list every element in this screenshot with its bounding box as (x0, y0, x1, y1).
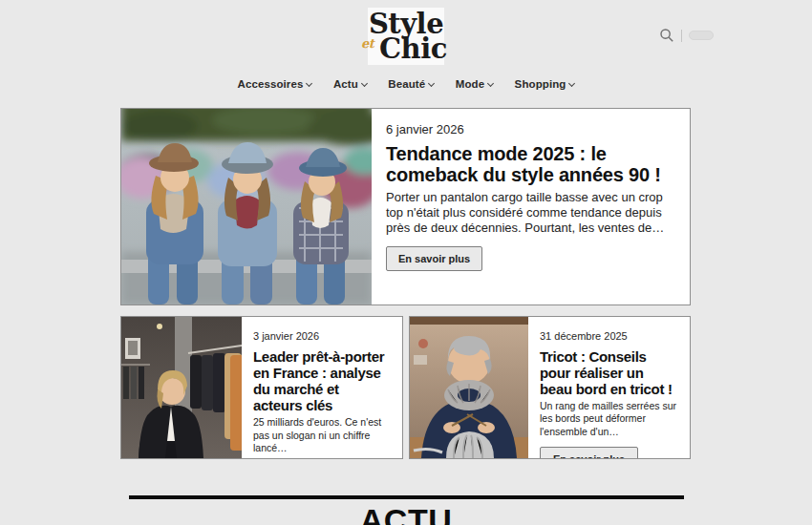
hero-article-title[interactable]: Tendance mode 2025 : le comeback du styl… (386, 143, 674, 186)
nav-item-accessoires[interactable]: Accessoires (238, 78, 312, 90)
nav-item-actu[interactable]: Actu (333, 78, 367, 90)
section-title: ACTU (0, 502, 812, 525)
article-title[interactable]: Leader prêt-à-porter en France : analyse… (253, 348, 391, 413)
article-date: 31 décembre 2025 (540, 330, 678, 342)
article-date: 3 janvier 2026 (253, 330, 391, 342)
logo-word-et: et (361, 37, 374, 50)
actu-section-header: ACTU (0, 495, 812, 525)
main-navigation: Accessoires Actu Beauté Mode Shopping (0, 74, 812, 92)
hero-read-more-button[interactable]: En savoir plus (386, 246, 482, 271)
hero-article-date: 6 janvier 2026 (386, 122, 674, 136)
chevron-down-icon (361, 80, 368, 87)
article-excerpt: Un rang de mailles serrées sur les bords… (540, 400, 678, 437)
hero-article-body: 6 janvier 2026 Tendance mode 2025 : le c… (372, 109, 690, 304)
logo-word-chic: etChic (379, 35, 444, 63)
article-title[interactable]: Tricot : Conseils pour réaliser un beau … (540, 348, 678, 397)
article-card-tricot: 31 décembre 2025 Tricot : Conseils pour … (409, 316, 691, 459)
article-body: 3 janvier 2026 Leader prêt-à-porter en F… (242, 317, 402, 458)
article-image-tricot[interactable] (410, 317, 528, 458)
nav-item-beaute[interactable]: Beauté (388, 78, 434, 90)
chevron-down-icon (306, 80, 312, 87)
article-body: 31 décembre 2025 Tricot : Conseils pour … (528, 317, 690, 458)
page: Style etChic Accessoires Actu Beauté Mod… (0, 0, 812, 525)
hero-article-card: 6 janvier 2026 Tendance mode 2025 : le c… (120, 108, 691, 305)
search-icon[interactable] (659, 28, 674, 43)
nav-item-shopping[interactable]: Shopping (515, 78, 575, 90)
section-divider (129, 495, 684, 499)
article-card-pret-a-porter: 3 janvier 2026 Leader prêt-à-porter en F… (120, 316, 403, 459)
chevron-down-icon (568, 80, 575, 87)
hero-article-excerpt: Porter un pantalon cargo taille basse av… (386, 190, 674, 237)
theme-toggle[interactable] (689, 31, 714, 40)
article-excerpt: 25 milliards d'euros. Ce n'est pas un sl… (253, 416, 391, 453)
header-tools (659, 28, 714, 43)
read-more-button[interactable]: En savoir plus (540, 447, 638, 459)
chevron-down-icon (487, 80, 494, 87)
article-image-boutique[interactable] (121, 317, 242, 458)
site-logo[interactable]: Style etChic (368, 8, 444, 65)
hero-article-image[interactable] (121, 109, 372, 304)
header-divider (681, 30, 682, 42)
chevron-down-icon (428, 80, 435, 87)
nav-item-mode[interactable]: Mode (456, 78, 493, 90)
